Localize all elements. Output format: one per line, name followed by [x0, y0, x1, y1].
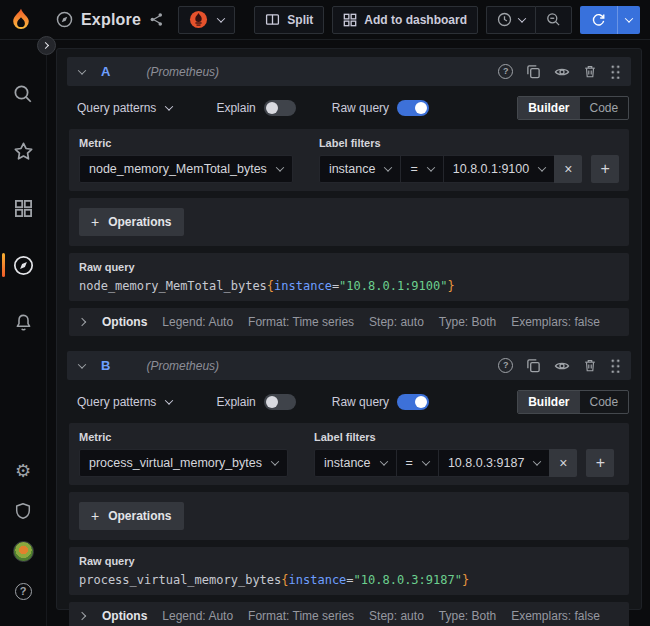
chevron-right-icon	[78, 318, 86, 326]
remove-query-trash-icon[interactable]	[583, 64, 597, 79]
query-patterns-dropdown[interactable]: Query patterns	[71, 101, 180, 115]
sidebar-item-settings[interactable]: ⚙	[0, 452, 47, 490]
metric-select[interactable]: node_memory_MemTotal_bytes	[79, 155, 293, 183]
code-mode-tab[interactable]: Code	[580, 391, 629, 413]
raw-query-label: Raw query	[332, 395, 389, 409]
query-editor-body: Query patterns Explain Raw query Bu	[67, 86, 631, 345]
duplicate-query-icon[interactable]	[526, 358, 541, 373]
options-title[interactable]: Options	[102, 609, 147, 623]
sidebar-item-help[interactable]: ?	[0, 572, 47, 610]
filter-key-select[interactable]: instance	[319, 155, 401, 183]
metric-select[interactable]: process_virtual_memory_bytes	[79, 449, 288, 477]
label-filters-label: Label filters	[319, 137, 619, 149]
split-icon	[265, 12, 280, 27]
options-collapsed-row[interactable]: Options Legend: Auto Format: Time series…	[69, 308, 629, 336]
raw-query-expression: process_virtual_memory_bytes{instance="1…	[79, 573, 619, 587]
raw-query-toggle[interactable]	[397, 394, 429, 410]
options-legend: Legend: Auto	[162, 609, 233, 623]
sidebar-item-alerting[interactable]	[0, 302, 47, 342]
query-row-header[interactable]: A (Prometheus) ?	[67, 57, 631, 86]
split-button[interactable]: Split	[254, 6, 324, 34]
metric-filters-panel: Metric process_virtual_memory_bytes Labe…	[69, 423, 629, 485]
explain-label: Explain	[216, 101, 255, 115]
options-collapsed-row[interactable]: Options Legend: Auto Format: Time series…	[69, 602, 629, 626]
raw-query-toggle[interactable]	[397, 100, 429, 116]
chevron-down-icon	[379, 457, 387, 465]
query-ref-id[interactable]: B	[101, 358, 110, 373]
chevron-down-icon	[384, 163, 392, 171]
run-query-split-button[interactable]	[580, 6, 640, 34]
sidebar-expand-button[interactable]	[37, 36, 56, 55]
chevron-down-icon	[422, 457, 430, 465]
query-row-a: A (Prometheus) ?	[67, 57, 631, 345]
raw-query-toggle-group[interactable]: Raw query	[332, 100, 429, 116]
chevron-down-icon	[276, 163, 284, 171]
add-operation-button[interactable]: + Operations	[79, 502, 184, 530]
sidebar-item-dashboards[interactable]	[0, 188, 47, 228]
options-title[interactable]: Options	[102, 315, 147, 329]
chevron-down-icon	[538, 163, 546, 171]
editor-mode-switch: Builder Code	[517, 390, 629, 414]
run-query-interval-dropdown[interactable]	[617, 6, 640, 34]
time-range-picker[interactable]	[486, 6, 535, 34]
filter-key-select[interactable]: instance	[314, 449, 396, 477]
explain-toggle-group[interactable]: Explain	[216, 394, 295, 410]
grafana-logo[interactable]	[8, 7, 34, 33]
builder-mode-tab[interactable]: Builder	[518, 391, 579, 413]
metric-value: process_virtual_memory_bytes	[89, 456, 262, 470]
code-mode-tab[interactable]: Code	[580, 97, 629, 119]
chevron-down-icon	[625, 14, 633, 22]
filter-value-select[interactable]: 10.8.0.1:9100	[443, 155, 554, 183]
query-datasource-label: (Prometheus)	[146, 359, 219, 373]
query-help-icon[interactable]: ?	[498, 64, 513, 79]
filter-operator-select[interactable]: =	[396, 449, 438, 477]
star-icon	[13, 141, 34, 162]
dashboard-grid-icon	[343, 13, 357, 27]
options-format: Format: Time series	[248, 609, 354, 623]
explain-toggle-group[interactable]: Explain	[216, 100, 295, 116]
run-query-button[interactable]	[580, 6, 617, 34]
query-ref-id[interactable]: A	[101, 64, 110, 79]
query-row-header[interactable]: B (Prometheus) ?	[67, 351, 631, 380]
user-avatar	[13, 541, 34, 562]
builder-mode-tab[interactable]: Builder	[518, 97, 579, 119]
filter-operator-select[interactable]: =	[400, 155, 442, 183]
metric-field: Metric process_virtual_memory_bytes	[79, 431, 288, 477]
drag-handle[interactable]	[610, 64, 621, 79]
share-icon[interactable]	[149, 12, 164, 27]
add-operation-button[interactable]: + Operations	[79, 208, 184, 236]
query-toolbar: Query patterns Explain Raw query Bu	[71, 95, 629, 121]
remove-filter-button[interactable]: ×	[549, 449, 577, 477]
add-to-dashboard-button[interactable]: Add to dashboard	[332, 6, 478, 34]
options-exemplars: Exemplars: false	[511, 315, 600, 329]
drag-handle[interactable]	[610, 358, 621, 373]
collapse-chevron-icon[interactable]	[77, 361, 87, 371]
hide-response-eye-icon[interactable]	[554, 64, 570, 80]
options-format: Format: Time series	[248, 315, 354, 329]
sidebar-item-server-admin[interactable]	[0, 492, 47, 530]
datasource-picker[interactable]	[178, 6, 235, 34]
remove-query-trash-icon[interactable]	[583, 358, 597, 373]
operations-panel: + Operations	[69, 198, 629, 246]
remove-filter-button[interactable]: ×	[554, 155, 582, 183]
bell-icon	[14, 313, 33, 332]
explain-toggle[interactable]	[264, 394, 296, 410]
options-type: Type: Both	[439, 315, 496, 329]
raw-query-title: Raw query	[79, 261, 619, 273]
collapse-chevron-icon[interactable]	[77, 67, 87, 77]
query-patterns-label: Query patterns	[77, 101, 156, 115]
query-patterns-dropdown[interactable]: Query patterns	[71, 395, 180, 409]
sidebar-item-search[interactable]	[0, 74, 47, 114]
duplicate-query-icon[interactable]	[526, 64, 541, 79]
add-filter-button[interactable]: +	[586, 449, 614, 477]
hide-response-eye-icon[interactable]	[554, 358, 570, 374]
add-filter-button[interactable]: +	[591, 155, 619, 183]
raw-query-toggle-group[interactable]: Raw query	[332, 394, 429, 410]
filter-value-select[interactable]: 10.8.0.3:9187	[438, 449, 549, 477]
zoom-out-button[interactable]	[535, 6, 572, 34]
sidebar-item-explore[interactable]	[0, 245, 47, 285]
sidebar-item-profile[interactable]	[0, 532, 47, 570]
explain-toggle[interactable]	[264, 100, 296, 116]
query-help-icon[interactable]: ?	[498, 358, 513, 373]
sidebar-item-starred[interactable]	[0, 131, 47, 171]
